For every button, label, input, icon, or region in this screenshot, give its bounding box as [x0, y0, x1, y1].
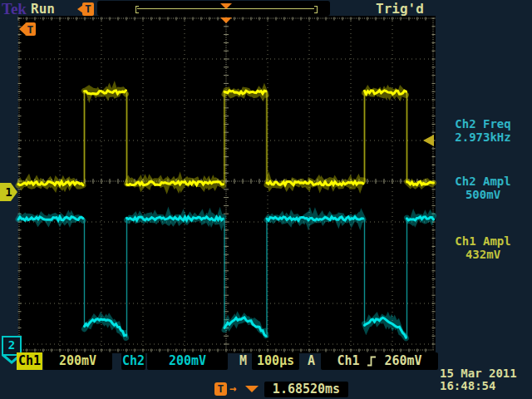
tek-logo: Tek — [2, 0, 27, 18]
measurement-value: 432mV — [436, 248, 530, 261]
measurement-label: Ch1 Ampl — [436, 234, 530, 248]
trigger-position-icon: T — [77, 2, 96, 16]
arrow-right-icon: → — [229, 382, 236, 395]
measurement-label: Ch2 Freq — [436, 117, 530, 131]
date-value: 15 Mar 2011 — [440, 367, 531, 380]
svg-text:T: T — [27, 23, 34, 36]
ch1-scale-readout: 200mV — [43, 352, 112, 370]
oscilloscope-screen: T Tek Run T Trig'd 1 2 Ch2 Freq 2.973kHz… — [0, 0, 532, 399]
trigger-info-readout: Ch1 260mV — [321, 352, 438, 370]
ch2-badge: Ch2 — [121, 352, 145, 370]
trigger-position-triangle-icon — [220, 3, 232, 9]
ch1-badge: Ch1 — [17, 352, 42, 370]
trigger-t-badge: T — [214, 382, 227, 396]
datetime-readout: 15 Mar 2011 16:48:54 — [440, 367, 531, 392]
time-value: 16:48:54 — [440, 380, 531, 392]
window-bracket-right — [314, 6, 318, 13]
window-bracket-left — [135, 6, 139, 13]
measurement-label: Ch2 Ampl — [436, 175, 530, 188]
ch2-scale-readout: 200mV — [147, 352, 228, 370]
triangle-down-icon — [245, 386, 259, 392]
trigger-time-value: 1.68520ms — [264, 382, 348, 397]
record-view-bar — [97, 1, 330, 16]
ch2-offscreen-chevron-inner — [6, 356, 17, 361]
trigger-status: Trig'd — [376, 1, 424, 17]
acquisition-status: Run — [31, 1, 55, 17]
timebase-label: M — [239, 352, 251, 370]
measurement-ch2-freq: Ch2 Freq 2.973kHz — [436, 117, 530, 144]
measurement-ch1-ampl: Ch1 Ampl 432mV — [436, 234, 530, 261]
measurement-value: 2.973kHz — [436, 131, 530, 144]
timebase-readout: 100µs — [252, 352, 299, 370]
trigger-level: 260mV — [384, 352, 421, 370]
trigger-t-icon: T — [82, 2, 94, 16]
trigger-source: Ch1 — [337, 352, 359, 370]
rising-edge-slope-icon — [367, 355, 377, 367]
measurement-value: 500mV — [436, 188, 530, 201]
trigger-mode-label: A — [308, 352, 318, 370]
measurement-ch2-ampl: Ch2 Ampl 500mV — [436, 175, 530, 201]
